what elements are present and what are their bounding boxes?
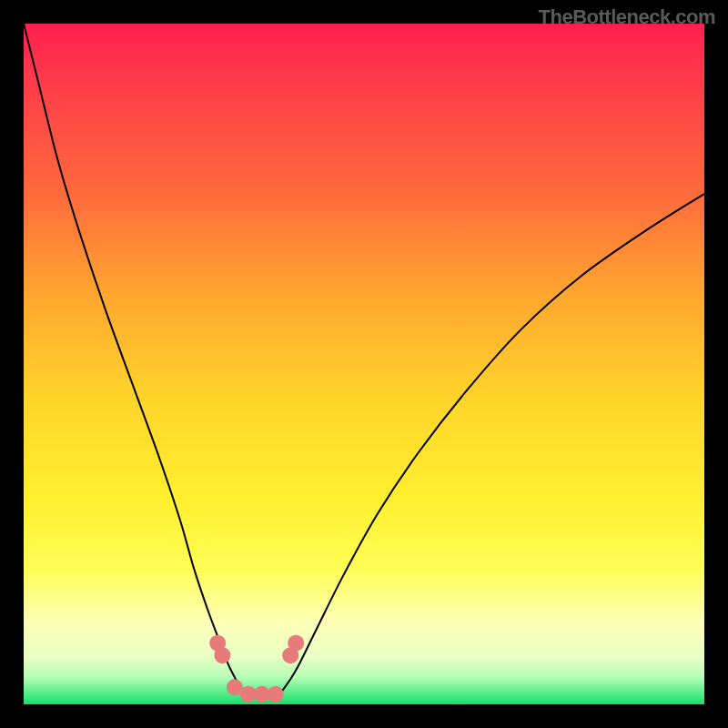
chart-svg [24, 24, 704, 704]
marker-dot [268, 686, 284, 703]
bottom-markers-group [209, 635, 304, 703]
curve-left-branch [24, 24, 241, 691]
marker-dot [214, 647, 230, 663]
chart-frame: TheBottleneck.com [0, 0, 728, 728]
plot-area [24, 24, 704, 704]
curve-right-branch [282, 194, 704, 691]
watermark-text: TheBottleneck.com [539, 5, 715, 29]
marker-dot [288, 635, 304, 652]
